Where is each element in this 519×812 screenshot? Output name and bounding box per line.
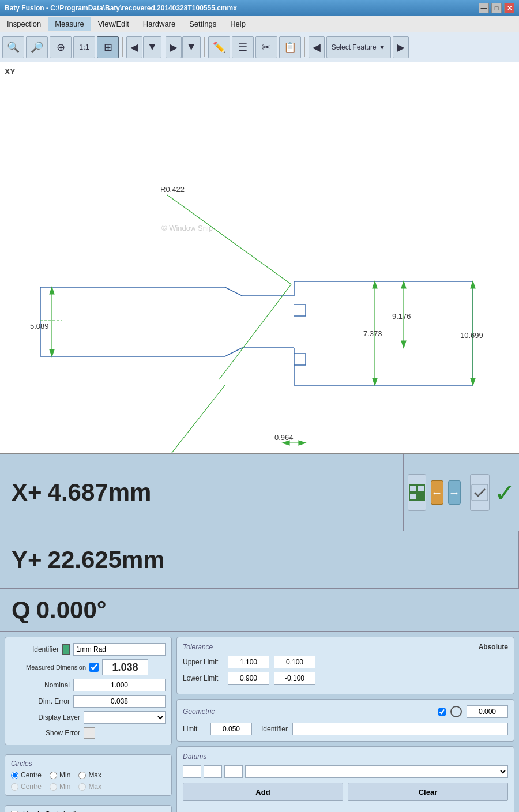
svg-marker-24: [373, 281, 377, 288]
circles-panel: Circles Centre Min Max: [5, 754, 172, 796]
coord-x-display: X+ 4.687mm: [0, 454, 404, 531]
lower-limit-input[interactable]: [228, 672, 269, 685]
circles-radio-row-1: Centre Min Max: [11, 771, 166, 779]
edit-button[interactable]: ✏️: [208, 36, 230, 58]
lower-limit-row: Lower Limit: [183, 672, 508, 685]
zoom-fit-button[interactable]: 🔍: [2, 36, 24, 58]
upper-limit-input[interactable]: [228, 656, 269, 668]
left-panel: Identifier Measured Dimension Nominal: [5, 637, 172, 745]
datum-select[interactable]: [245, 765, 508, 778]
checkmark-button[interactable]: ✓: [494, 476, 516, 509]
nav-right-button[interactable]: ▶: [393, 36, 409, 58]
titlebar-title: Baty Fusion - C:\ProgramData\Baty\recove…: [5, 4, 237, 12]
circles-max2-label: Max: [88, 783, 101, 791]
report-button[interactable]: 📋: [279, 36, 301, 58]
tools-button[interactable]: ✂: [255, 36, 277, 58]
geometric-limit-row: Limit Identifier: [183, 723, 508, 735]
menu-measure[interactable]: Measure: [48, 17, 91, 31]
svg-marker-31: [471, 378, 475, 385]
titlebar-controls: — □ ✕: [479, 3, 514, 13]
menu-help[interactable]: Help: [223, 17, 253, 31]
layers-button[interactable]: ☰: [232, 36, 254, 58]
circles-min2-label: Min: [59, 783, 70, 791]
circles-min-option[interactable]: Min: [50, 771, 70, 779]
check-outline-button[interactable]: [470, 474, 490, 511]
toolbar-separator-2: [204, 37, 205, 57]
geometric-section: Geometric Limit Identifier: [176, 699, 514, 742]
datum-box-2[interactable]: [204, 765, 222, 778]
lower-abs-input[interactable]: [274, 672, 315, 685]
identifier-color-box: [62, 644, 70, 655]
select-feature-dropdown-icon: ▼: [379, 43, 386, 51]
close-button[interactable]: ✕: [504, 3, 514, 13]
svg-marker-30: [471, 281, 475, 288]
geometric-identifier-input[interactable]: [292, 723, 508, 735]
circles-max-label: Max: [88, 771, 101, 779]
geometric-value-input[interactable]: [467, 705, 508, 718]
nav-dropdown2-button[interactable]: ▼: [182, 36, 201, 58]
show-error-checkbox[interactable]: [84, 727, 95, 739]
show-error-label: Show Error: [11, 729, 80, 737]
maximize-button[interactable]: □: [491, 3, 502, 13]
geometric-identifier-label: Identifier: [261, 725, 288, 733]
nav-dropdown-button[interactable]: ▼: [143, 36, 161, 58]
nav-forward-button[interactable]: ▶: [166, 36, 182, 58]
nav-left-button[interactable]: ◀: [309, 36, 325, 58]
select-mode-button[interactable]: ⊞: [97, 36, 119, 58]
minimize-button[interactable]: —: [479, 3, 489, 13]
tolerance-header: Tolerance Absolute: [183, 643, 508, 651]
dim-error-input[interactable]: [73, 695, 166, 708]
measured-dim-checkbox[interactable]: [89, 663, 99, 672]
coord-q-display: Q 0.000°: [0, 589, 519, 631]
menu-view-edit[interactable]: View/Edit: [91, 17, 136, 31]
menu-hardware[interactable]: Hardware: [136, 17, 182, 31]
clear-button[interactable]: Clear: [348, 783, 508, 801]
upper-abs-input[interactable]: [274, 656, 315, 668]
circles-min2-option: Min: [50, 783, 70, 791]
zoom-in-button[interactable]: ⊕: [50, 36, 72, 58]
grid-icon-button[interactable]: [408, 474, 426, 511]
select-feature-dropdown[interactable]: Select Feature ▼: [326, 36, 391, 58]
dim-error-row: Dim. Error: [11, 695, 166, 708]
datum-buttons-row: Add Clear: [183, 783, 508, 801]
zoom-out-button[interactable]: 🔎: [26, 36, 48, 58]
datum-box-1[interactable]: [183, 765, 201, 778]
form-area: Identifier Measured Dimension Nominal: [0, 632, 519, 812]
zoom-reset-button[interactable]: 1:1: [73, 36, 95, 58]
display-layer-select[interactable]: [84, 711, 166, 724]
lower-limit-label: Lower Limit: [183, 674, 223, 682]
datum-boxes-row: [183, 765, 508, 778]
show-error-row: Show Error: [11, 727, 166, 739]
circle-tolerance-icon: [450, 706, 462, 717]
datums-section: Datums Add Clear: [176, 746, 514, 812]
tolerance-section: Tolerance Absolute Upper Limit Lower Lim…: [176, 637, 514, 694]
arrow-left-button[interactable]: ←: [431, 480, 443, 505]
menu-inspection[interactable]: Inspection: [0, 17, 48, 31]
geometric-checkbox[interactable]: [438, 708, 446, 716]
right-panel: Tolerance Absolute Upper Limit Lower Lim…: [176, 637, 514, 812]
geometric-limit-input[interactable]: [210, 723, 252, 735]
circles-centre-option[interactable]: Centre: [11, 771, 42, 779]
select-feature-label: Select Feature: [332, 43, 377, 51]
add-button[interactable]: Add: [183, 783, 343, 801]
tolerance-title: Tolerance: [183, 643, 213, 651]
identifier-input[interactable]: [73, 643, 166, 656]
coord-y-display: Y+ 22.625mm: [0, 531, 519, 588]
svg-rect-40: [409, 485, 416, 492]
dim-error-label: Dim. Error: [11, 697, 70, 705]
menu-settings[interactable]: Settings: [182, 17, 223, 31]
coords-row2: Y+ 22.625mm: [0, 531, 519, 589]
datum-box-3[interactable]: [224, 765, 243, 778]
circles-max-option[interactable]: Max: [78, 771, 101, 779]
nominal-input[interactable]: [73, 679, 166, 691]
coords-row: X+ 4.687mm ← → ✓: [0, 454, 519, 531]
coord-y-value: 22.625mm: [48, 546, 165, 574]
measured-dim-input[interactable]: [102, 659, 148, 675]
toolbar: 🔍 🔎 ⊕ 1:1 ⊞ ◀ ▼ ▶ ▼ ✏️ ☰ ✂ 📋 ◀ Select Fe…: [0, 32, 519, 62]
svg-marker-25: [373, 378, 377, 385]
circles-radio-row-2: Centre Min Max: [11, 783, 166, 791]
nav-back-button[interactable]: ◀: [126, 36, 142, 58]
svg-marker-21: [50, 287, 54, 294]
coord-y-label: Y+: [12, 546, 42, 574]
arrow-right-button[interactable]: →: [448, 480, 461, 505]
